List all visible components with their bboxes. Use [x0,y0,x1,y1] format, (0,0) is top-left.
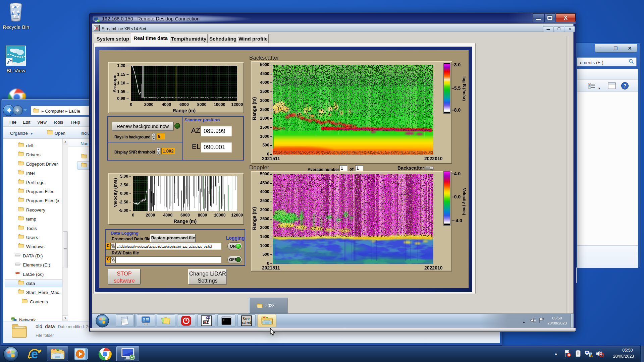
svg-text:?: ? [623,83,626,88]
svg-text:sched: sched [242,321,251,324]
svg-text:!: ! [591,355,592,357]
svg-text:Scan: Scan [243,317,251,321]
svg-text:c:\_: c:\_ [223,318,226,321]
